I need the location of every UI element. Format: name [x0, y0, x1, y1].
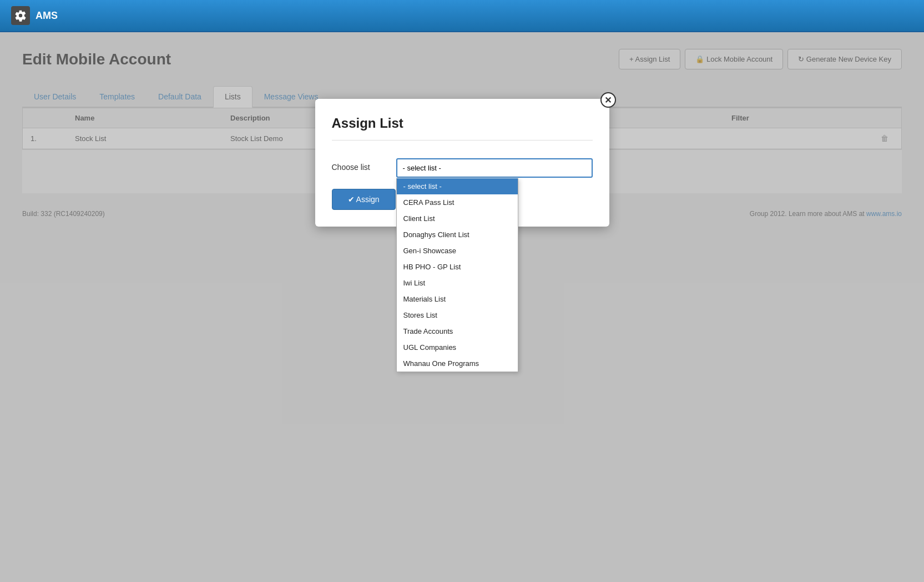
dropdown-item-stores[interactable]: Stores List [397, 307, 518, 323]
dropdown-item-geni[interactable]: Gen-i Showcase [397, 243, 518, 259]
list-dropdown-wrapper: - select list -CERA Pass ListClient List… [396, 158, 593, 178]
dropdown-item-select[interactable]: - select list - [397, 178, 518, 194]
dropdown-item-iwi[interactable]: Iwi List [397, 275, 518, 291]
main-content: Edit Mobile Account + Assign List 🔒 Lock… [0, 32, 924, 582]
dropdown-item-cera[interactable]: CERA Pass List [397, 194, 518, 210]
dropdown-item-hbpho[interactable]: HB PHO - GP List [397, 259, 518, 275]
dropdown-item-whanau[interactable]: Whanau One Programs [397, 355, 518, 372]
list-select[interactable]: - select list -CERA Pass ListClient List… [396, 158, 593, 178]
choose-list-label: Choose list [332, 158, 387, 172]
list-dropdown-menu[interactable]: - select list - CERA Pass List Client Li… [396, 178, 518, 372]
dropdown-item-trade[interactable]: Trade Accounts [397, 323, 518, 339]
dropdown-item-materials[interactable]: Materials List [397, 291, 518, 307]
assign-button[interactable]: ✔ Assign [332, 189, 396, 210]
modal-close-button[interactable]: ✕ [600, 92, 616, 108]
app-title: AMS [36, 10, 58, 22]
app-logo [11, 6, 30, 25]
modal-overlay: ✕ Assign List Choose list - select list … [0, 32, 924, 582]
top-bar: AMS [0, 0, 924, 32]
dropdown-item-donaghys[interactable]: Donaghys Client List [397, 227, 518, 243]
modal-body: Choose list - select list -CERA Pass Lis… [332, 149, 593, 210]
dropdown-item-ugl[interactable]: UGL Companies [397, 339, 518, 355]
dropdown-item-client[interactable]: Client List [397, 210, 518, 227]
choose-list-row: Choose list - select list -CERA Pass Lis… [332, 158, 593, 178]
assign-list-modal: ✕ Assign List Choose list - select list … [315, 99, 609, 227]
modal-title: Assign List [332, 116, 593, 141]
